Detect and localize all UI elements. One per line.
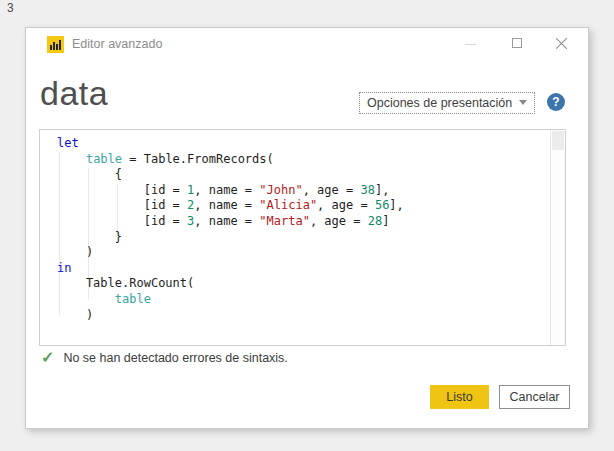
close-button[interactable]	[546, 32, 580, 56]
code-token: table	[115, 292, 151, 306]
code-line: in	[57, 261, 551, 277]
minimize-icon	[465, 44, 476, 45]
code-token: let	[57, 136, 79, 150]
code-token: }	[57, 230, 122, 244]
minimize-button[interactable]	[454, 32, 488, 56]
code-token: table	[86, 152, 122, 166]
code-line: Table.RowCount(	[57, 276, 551, 292]
code-token: Table.RowCount(	[57, 276, 194, 290]
chevron-down-icon	[519, 100, 527, 105]
code-line: )	[57, 245, 551, 261]
code-token: )	[57, 308, 93, 322]
dialog-title: Editor avanzado	[72, 37, 162, 51]
code-line: let	[57, 136, 551, 152]
code-token: , name =	[194, 183, 259, 197]
syntax-status: ✓ No se han detectado errores de sintaxi…	[41, 350, 288, 366]
help-button[interactable]: ?	[547, 93, 565, 111]
code-token: [id =	[57, 198, 187, 212]
code-line: [id = 1, name = "John", age = 38],	[57, 183, 551, 199]
dialog-titlebar: Editor avanzado	[26, 28, 588, 58]
code-token: ]	[382, 214, 389, 228]
code-line: }	[57, 230, 551, 246]
code-line: [id = 2, name = "Alicia", age = 56],	[57, 198, 551, 214]
code-line: table	[57, 292, 551, 308]
query-name-heading: data	[40, 74, 108, 113]
powerbi-bar-chart-icon	[47, 36, 64, 53]
code-token	[57, 152, 86, 166]
maximize-icon	[512, 38, 522, 48]
code-token: , age =	[303, 183, 361, 197]
check-icon: ✓	[41, 350, 54, 366]
code-token: [id =	[57, 214, 187, 228]
code-token: )	[57, 245, 93, 259]
code-token: 56	[375, 198, 389, 212]
code-token: = Table.FromRecords(	[122, 152, 274, 166]
done-button[interactable]: Listo	[430, 385, 489, 409]
code-token: 28	[368, 214, 382, 228]
editor-scrollbar[interactable]	[550, 130, 565, 345]
code-editor[interactable]: let table = Table.FromRecords( { [id = 1…	[39, 129, 566, 346]
close-icon	[556, 37, 568, 49]
code-token: , name =	[194, 214, 259, 228]
code-token: {	[57, 167, 122, 181]
syntax-status-message: No se han detectado errores de sintaxis.	[63, 351, 287, 365]
code-token: 38	[360, 183, 374, 197]
maximize-button[interactable]	[502, 32, 536, 56]
code-line: [id = 3, name = "Marta", age = 28]	[57, 214, 551, 230]
code-token: ],	[389, 198, 403, 212]
code-token: [id =	[57, 183, 187, 197]
code-token: "Marta"	[259, 214, 310, 228]
code-token	[57, 292, 115, 306]
code-area[interactable]: let table = Table.FromRecords( { [id = 1…	[40, 130, 551, 345]
code-token: "John"	[259, 183, 302, 197]
footer-buttons: Listo Cancelar	[430, 385, 570, 409]
display-options-label: Opciones de presentación	[367, 96, 512, 110]
advanced-editor-dialog: Editor avanzado data Opciones de present…	[25, 27, 589, 429]
code-line: table = Table.FromRecords(	[57, 152, 551, 168]
code-line: )	[57, 308, 551, 324]
code-token: , name =	[194, 198, 259, 212]
code-line: {	[57, 167, 551, 183]
question-mark-icon: ?	[552, 95, 559, 109]
display-options-dropdown[interactable]: Opciones de presentación	[359, 92, 535, 114]
code-token: "Alicia"	[259, 198, 317, 212]
code-token: in	[57, 261, 71, 275]
code-token: ],	[375, 183, 389, 197]
code-token: , age =	[317, 198, 375, 212]
code-token: , age =	[310, 214, 368, 228]
cancel-button[interactable]: Cancelar	[499, 385, 570, 409]
desktop-corner-label: 3	[7, 1, 14, 15]
editor-scrollbar-thumb[interactable]	[552, 131, 564, 150]
